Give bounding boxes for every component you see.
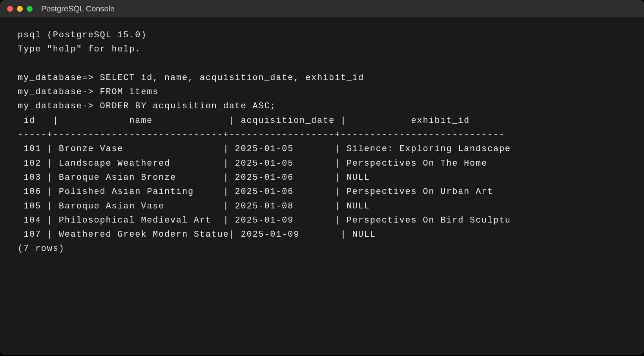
terminal-output[interactable]: psql (PostgreSQL 15.0) Type "help" for h… (0, 17, 644, 355)
close-icon[interactable] (7, 6, 13, 12)
minimize-icon[interactable] (17, 6, 23, 12)
traffic-lights (7, 6, 33, 12)
titlebar[interactable]: PostgreSQL Console (0, 0, 644, 17)
maximize-icon[interactable] (27, 6, 33, 12)
terminal-window: PostgreSQL Console psql (PostgreSQL 15.0… (0, 0, 644, 355)
window-title: PostgreSQL Console (41, 4, 115, 13)
